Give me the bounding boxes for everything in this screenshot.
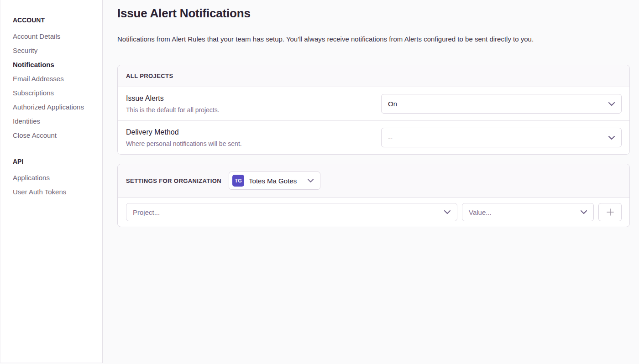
issue-alerts-labels: Issue Alerts This is the default for all… — [126, 94, 220, 114]
sidebar-item-account-details[interactable]: Account Details — [13, 29, 102, 43]
sidebar-item-close-account[interactable]: Close Account — [13, 128, 102, 142]
value-select-placeholder: Value... — [469, 208, 492, 216]
delivery-method-help: Where personal notifications will be sen… — [126, 140, 242, 147]
project-select-placeholder: Project... — [133, 208, 160, 216]
sidebar-item-subscriptions[interactable]: Subscriptions — [13, 86, 102, 100]
sidebar-heading-account: ACCOUNT — [13, 14, 102, 26]
project-override-row: Project... Value... — [118, 198, 629, 227]
organization-selector[interactable]: TG Totes Ma Gotes — [229, 172, 320, 190]
delivery-method-select-value: -- — [388, 134, 393, 141]
sidebar-item-user-auth-tokens[interactable]: User Auth Tokens — [13, 185, 102, 199]
issue-alerts-select[interactable]: On — [381, 94, 622, 114]
delivery-method-labels: Delivery Method Where personal notificat… — [126, 128, 242, 147]
page-description: Notifications from Alert Rules that your… — [117, 35, 630, 43]
panel-organization-settings: SETTINGS FOR ORGANIZATION TG Totes Ma Go… — [117, 164, 630, 227]
sidebar-item-applications[interactable]: Applications — [13, 171, 102, 185]
settings-sidebar: ACCOUNT Account Details Security Notific… — [0, 0, 103, 363]
chevron-down-icon — [308, 179, 314, 182]
issue-alerts-label: Issue Alerts — [126, 94, 220, 103]
chevron-down-icon — [608, 102, 615, 106]
sidebar-item-security[interactable]: Security — [13, 43, 102, 57]
sidebar-section-account: ACCOUNT Account Details Security Notific… — [13, 14, 102, 142]
sidebar-item-authorized-applications[interactable]: Authorized Applications — [13, 100, 102, 114]
sidebar-section-api: API Applications User Auth Tokens — [13, 155, 102, 199]
delivery-method-row: Delivery Method Where personal notificat… — [118, 120, 629, 154]
chevron-down-icon — [444, 210, 450, 214]
issue-alerts-row: Issue Alerts This is the default for all… — [118, 87, 629, 120]
chevron-down-icon — [581, 210, 587, 214]
main-content: Issue Alert Notifications Notifications … — [103, 0, 639, 364]
project-select[interactable]: Project... — [126, 203, 457, 221]
page-title: Issue Alert Notifications — [117, 6, 630, 21]
plus-icon — [606, 208, 614, 216]
sidebar-item-notifications[interactable]: Notifications — [13, 57, 102, 72]
add-project-override-button[interactable] — [598, 203, 622, 221]
delivery-method-label: Delivery Method — [126, 128, 242, 136]
sidebar-item-email-addresses[interactable]: Email Addresses — [13, 72, 102, 86]
organization-panel-header: SETTINGS FOR ORGANIZATION TG Totes Ma Go… — [118, 164, 629, 198]
delivery-method-select[interactable]: -- — [381, 128, 622, 147]
panel-all-projects: ALL PROJECTS Issue Alerts This is the de… — [117, 65, 630, 155]
panel-all-projects-header: ALL PROJECTS — [118, 65, 629, 87]
value-select[interactable]: Value... — [462, 203, 594, 221]
sidebar-heading-api: API — [13, 155, 102, 168]
organization-panel-title: SETTINGS FOR ORGANIZATION — [126, 177, 221, 184]
issue-alerts-select-value: On — [388, 100, 397, 108]
issue-alerts-help: This is the default for all projects. — [126, 106, 220, 114]
sidebar-item-identities[interactable]: Identities — [13, 114, 102, 128]
organization-avatar: TG — [232, 175, 244, 187]
chevron-down-icon — [608, 136, 615, 140]
organization-name: Totes Ma Gotes — [249, 177, 297, 185]
